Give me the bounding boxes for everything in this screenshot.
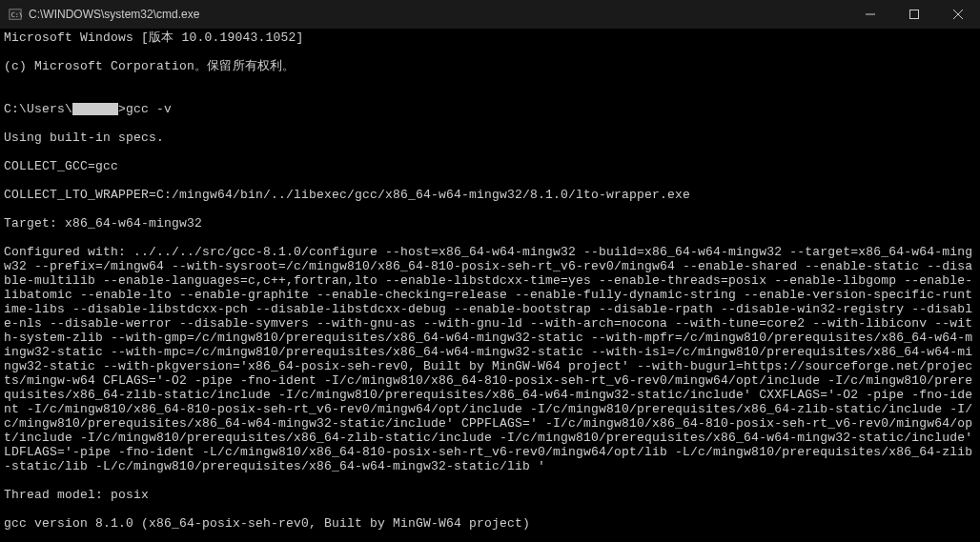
prompt-line: C:\Users\>gcc -v xyxy=(4,102,976,116)
cmd-window: C:\ C:\WINDOWS\system32\cmd.exe Microsof… xyxy=(0,0,980,542)
svg-text:C:\: C:\ xyxy=(11,11,22,19)
output-line: COLLECT_GCC=gcc xyxy=(4,159,976,173)
redacted-username xyxy=(72,103,118,115)
terminal-output[interactable]: Microsoft Windows [版本 10.0.19043.1052] (… xyxy=(0,29,980,542)
minimize-button[interactable] xyxy=(848,0,892,29)
output-line: COLLECT_LTO_WRAPPER=C:/mingw64/bin/../li… xyxy=(4,188,976,202)
prompt-prefix: C:\Users\ xyxy=(4,102,72,116)
window-title: C:\WINDOWS\system32\cmd.exe xyxy=(29,8,199,21)
output-line: (c) Microsoft Corporation。保留所有权利。 xyxy=(4,59,976,73)
cmd-icon: C:\ xyxy=(8,7,23,22)
svg-rect-3 xyxy=(910,10,919,19)
output-line: Thread model: posix xyxy=(4,488,976,502)
maximize-button[interactable] xyxy=(892,0,936,29)
output-line: gcc version 8.1.0 (x86_64-posix-seh-rev0… xyxy=(4,516,976,531)
output-line: Configured with: ../../../src/gcc-8.1.0/… xyxy=(4,245,976,473)
output-line: Microsoft Windows [版本 10.0.19043.1052] xyxy=(4,30,976,45)
prompt-command: >gcc -v xyxy=(118,102,172,116)
close-button[interactable] xyxy=(936,0,980,29)
output-line: Target: x86_64-w64-mingw32 xyxy=(4,216,976,231)
window-controls xyxy=(848,0,980,29)
titlebar[interactable]: C:\ C:\WINDOWS\system32\cmd.exe xyxy=(0,0,980,29)
output-line: Using built-in specs. xyxy=(4,130,976,145)
titlebar-left: C:\ C:\WINDOWS\system32\cmd.exe xyxy=(0,7,199,22)
